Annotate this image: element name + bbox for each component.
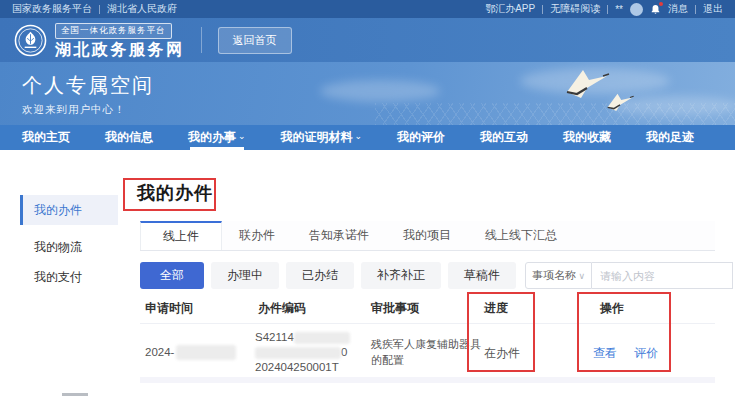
divider — [201, 27, 202, 53]
filter-completed[interactable]: 已办结 — [286, 262, 354, 289]
col-header-apply-time: 申请时间 — [145, 300, 193, 317]
page-title: 我的办件 — [137, 181, 213, 205]
back-home-button[interactable]: 返回首页 — [218, 27, 292, 54]
nav-item-my-favorites[interactable]: 我的收藏 — [563, 125, 611, 150]
case-tabs: 线上件 联办件 告知承诺件 我的项目 线上线下汇总 — [140, 221, 715, 251]
nav-item-my-certificates[interactable]: 我的证明材料⌄ — [281, 125, 363, 150]
content-area: 我的办件 我的物流 我的支付 我的办件 线上件 联办件 告知承诺件 我的项目 线… — [0, 150, 735, 400]
tab-my-projects[interactable]: 我的项目 — [386, 221, 468, 250]
cranes-icon — [537, 64, 657, 122]
platform-badge: 全国一体化政务服务平台 — [55, 23, 172, 39]
tab-online-cases[interactable]: 线上件 — [140, 221, 222, 250]
search-type-select[interactable]: 事项名称 ∨ — [525, 262, 592, 289]
site-name: 湖北政务服务网 — [55, 40, 185, 61]
link-hubei-gov[interactable]: 湖北省人民政府 — [107, 2, 177, 16]
cell-case-code: S42114 0 202404250001T — [255, 330, 350, 375]
scroll-stub — [62, 393, 88, 396]
cell-actions: 查看 评价 — [593, 345, 658, 362]
logo-header: 全国一体化政务服务平台 湖北政务服务网 返回首页 — [0, 18, 735, 62]
tab-notification-commitment[interactable]: 告知承诺件 — [292, 221, 386, 250]
divider — [607, 5, 608, 14]
filter-supplement[interactable]: 补齐补正 — [361, 262, 441, 289]
tab-joint-cases[interactable]: 联办件 — [222, 221, 292, 250]
chevron-down-icon: ∨ — [578, 271, 585, 281]
divider — [140, 323, 715, 324]
cloud-decoration — [320, 80, 440, 102]
col-header-case-code: 办件编码 — [258, 300, 306, 317]
top-utility-bar: 国家政务服务平台 湖北省人民政府 鄂汇办APP 无障碍阅读 ** 消息 退出 — [0, 0, 735, 18]
cell-approval-matter: 残疾军人康复辅助器具的配置 — [371, 336, 483, 368]
link-logout[interactable]: 退出 — [703, 2, 723, 16]
filter-drafts[interactable]: 草稿件 — [448, 262, 516, 289]
filter-all[interactable]: 全部 — [140, 262, 204, 289]
rate-link[interactable]: 评价 — [634, 346, 658, 360]
redacted-text — [176, 345, 236, 360]
nav-item-my-ratings[interactable]: 我的评价 — [397, 125, 445, 150]
link-messages[interactable]: 消息 — [668, 2, 688, 16]
cell-apply-time: 2024- — [145, 345, 236, 360]
notification-dot — [659, 2, 663, 6]
link-accessibility[interactable]: 无障碍阅读 — [550, 2, 600, 16]
topbar-left-links: 国家政务服务平台 湖北省人民政府 — [12, 2, 177, 16]
page: 国家政务服务平台 湖北省人民政府 鄂汇办APP 无障碍阅读 ** 消息 退出 — [0, 0, 735, 400]
link-app[interactable]: 鄂汇办APP — [485, 2, 535, 16]
username-masked: ** — [615, 4, 623, 15]
view-link[interactable]: 查看 — [593, 346, 617, 360]
chevron-down-icon: ⌄ — [238, 131, 246, 141]
cell-progress: 在办件 — [484, 345, 520, 362]
tab-online-offline-summary[interactable]: 线上线下汇总 — [468, 221, 574, 250]
filter-in-progress[interactable]: 办理中 — [211, 262, 279, 289]
site-logo-emblem-icon — [14, 24, 47, 57]
filter-bar: 全部 办理中 已办结 补齐补正 草稿件 事项名称 ∨ 搜索 — [140, 262, 735, 289]
personal-space-banner: 个人专属空间 欢迎来到用户中心！ — [0, 62, 735, 125]
nav-item-my-interactions[interactable]: 我的互动 — [480, 125, 528, 150]
sidebar-item-my-cases[interactable]: 我的办件 — [20, 195, 118, 225]
main-nav: 我的主页 我的信息 我的办事⌄ 我的证明材料⌄ 我的评价 我的互动 我的收藏 我… — [0, 125, 735, 150]
bell-icon[interactable] — [650, 4, 661, 15]
col-header-approval-matter: 审批事项 — [371, 300, 419, 317]
avatar[interactable] — [630, 3, 643, 16]
redacted-text — [255, 347, 341, 359]
sidebar-item-my-logistics[interactable]: 我的物流 — [20, 232, 118, 262]
divider — [140, 377, 715, 383]
topbar-right-links: 鄂汇办APP 无障碍阅读 ** 消息 退出 — [485, 2, 723, 16]
divider — [695, 5, 696, 14]
nav-item-my-info[interactable]: 我的信息 — [105, 125, 153, 150]
nav-item-homepage[interactable]: 我的主页 — [22, 125, 70, 150]
nav-item-my-footprints[interactable]: 我的足迹 — [646, 125, 694, 150]
col-header-progress: 进度 — [484, 300, 508, 317]
redacted-text — [294, 332, 350, 344]
divider — [99, 5, 100, 14]
col-header-actions: 操作 — [600, 300, 624, 317]
link-national-platform[interactable]: 国家政务服务平台 — [12, 2, 92, 16]
search-input[interactable] — [592, 262, 733, 289]
site-identity: 全国一体化政务服务平台 湖北政务服务网 — [55, 19, 185, 61]
nav-item-my-matters[interactable]: 我的办事⌄ — [188, 125, 246, 150]
divider — [542, 5, 543, 14]
chevron-down-icon: ⌄ — [355, 131, 363, 141]
sidebar-item-my-payments[interactable]: 我的支付 — [20, 262, 118, 292]
